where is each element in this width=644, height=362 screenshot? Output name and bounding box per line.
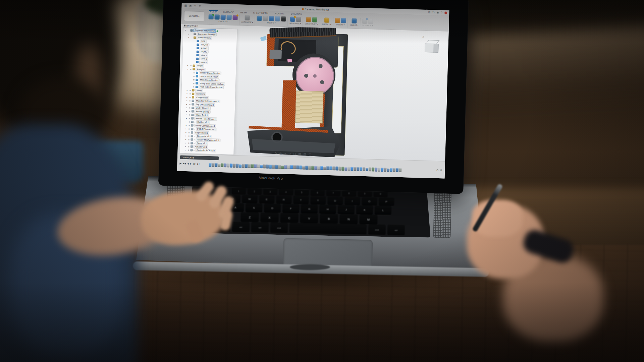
timeline-feature[interactable] xyxy=(275,165,278,169)
timeline-feature[interactable] xyxy=(248,164,251,168)
job-status-icon[interactable]: ↻ xyxy=(432,11,435,14)
timeline-feature[interactable] xyxy=(360,167,362,171)
timeline-feature[interactable] xyxy=(372,168,374,172)
timeline-feature[interactable] xyxy=(224,163,226,167)
extensions-icon[interactable]: ⊞ xyxy=(428,11,430,14)
visibility-eye-icon[interactable]: ◉ xyxy=(189,96,191,98)
visibility-eye-icon[interactable]: ◉ xyxy=(193,82,195,84)
playback-control-5[interactable]: ▶| xyxy=(197,163,199,165)
tree-caret-icon[interactable]: ▸ xyxy=(185,110,188,112)
tab-surface[interactable]: SURFACE xyxy=(222,10,235,14)
timeline-feature[interactable] xyxy=(251,164,254,168)
timeline-feature[interactable] xyxy=(363,167,365,171)
tab-mesh[interactable]: MESH xyxy=(239,11,248,14)
save-icon[interactable]: ▣ xyxy=(189,4,192,7)
visibility-eye-icon[interactable]: ◉ xyxy=(189,100,191,102)
look-at-icon[interactable]: ◎ xyxy=(279,152,282,155)
profile-avatar[interactable] xyxy=(444,11,447,14)
timeline-feature[interactable] xyxy=(233,164,235,168)
move-copy-icon[interactable] xyxy=(281,16,286,21)
timeline-feature[interactable] xyxy=(320,166,323,170)
key-w[interactable]: W xyxy=(242,195,257,203)
key-ctrl[interactable]: ctrl xyxy=(232,222,250,232)
insert-derive-icon[interactable] xyxy=(335,18,340,23)
visibility-eye-icon[interactable]: ◉ xyxy=(187,145,190,147)
timeline-feature[interactable] xyxy=(245,164,248,168)
timeline-feature[interactable] xyxy=(387,169,389,172)
undo-icon[interactable]: ↺ xyxy=(194,5,197,7)
timeline-feature[interactable] xyxy=(357,167,359,171)
timeline-feature[interactable] xyxy=(293,165,296,169)
group-label-modify[interactable]: MODIFY ▾ xyxy=(267,22,276,24)
comments-panel[interactable]: COMMENTS xyxy=(180,156,219,160)
create-form-icon[interactable] xyxy=(232,15,237,20)
key-n[interactable]: N xyxy=(339,214,358,224)
timeline-feature[interactable] xyxy=(281,166,284,169)
timeline-feature[interactable] xyxy=(230,164,232,168)
group-label-automate[interactable]: AUTOMATE ▾ xyxy=(241,21,253,23)
timeline-feature[interactable] xyxy=(269,165,272,169)
browser-collapse-icon[interactable] xyxy=(184,25,185,26)
timeline-feature[interactable] xyxy=(227,163,229,167)
insert-canvas-icon[interactable] xyxy=(341,18,346,23)
key-y[interactable]: Y xyxy=(310,196,326,205)
revert-position-icon[interactable] xyxy=(368,19,373,24)
tree-caret-icon[interactable]: ▸ xyxy=(184,138,187,140)
tab-solid[interactable]: SOLID xyxy=(209,10,218,13)
key-r[interactable]: R xyxy=(276,195,291,204)
key-e[interactable]: E xyxy=(259,195,274,204)
playback-control-1[interactable]: ◀◀ xyxy=(183,162,186,165)
visibility-eye-icon[interactable]: ◉ xyxy=(187,142,190,144)
notifications-icon[interactable]: ◉ xyxy=(437,11,439,14)
timeline-feature[interactable] xyxy=(257,164,260,168)
visibility-eye-icon[interactable]: ◉ xyxy=(189,93,191,95)
viewcube-side-face[interactable] xyxy=(433,44,439,53)
visibility-eye-icon[interactable]: ◉ xyxy=(189,89,191,91)
zoom-icon[interactable]: ⊙ xyxy=(288,153,291,156)
timeline-feature[interactable] xyxy=(329,166,332,170)
timeline-feature[interactable] xyxy=(317,166,320,170)
playback-control-3[interactable]: ▶ xyxy=(190,162,192,165)
key-s[interactable]: S xyxy=(246,203,263,213)
playback-control-4[interactable]: ▶▶ xyxy=(193,163,196,165)
key-cmd[interactable]: cmd xyxy=(270,223,288,233)
timeline-zoom-out-icon[interactable]: ⊖ xyxy=(436,169,439,172)
tree-caret-icon[interactable]: ▸ xyxy=(185,107,188,109)
viewports-icon[interactable]: ◫ xyxy=(309,153,312,156)
timeline-feature[interactable] xyxy=(378,168,380,172)
key-j[interactable]: J xyxy=(338,205,355,215)
key-1[interactable]: 1 xyxy=(231,187,246,195)
timeline-feature[interactable] xyxy=(239,164,241,168)
timeline-feature[interactable] xyxy=(375,168,377,172)
orbit-icon[interactable]: ↻ xyxy=(274,152,277,155)
visibility-eye-icon[interactable]: ◉ xyxy=(193,79,195,81)
timeline-feature[interactable] xyxy=(396,168,398,172)
press-pull-icon[interactable] xyxy=(257,15,262,20)
tree-caret-icon[interactable]: ▸ xyxy=(185,114,187,116)
revolve-icon[interactable] xyxy=(226,15,231,20)
group-label-position[interactable]: POSITION ▾ xyxy=(362,24,373,27)
tree-caret-icon[interactable]: ▸ xyxy=(185,103,188,105)
timeline-feature[interactable] xyxy=(381,168,383,172)
timeline-feature[interactable] xyxy=(347,167,350,171)
tree-caret-icon[interactable]: ▾ xyxy=(187,36,190,38)
create-box-icon[interactable] xyxy=(214,14,219,19)
timeline-feature[interactable] xyxy=(344,167,347,171)
new-component-icon[interactable] xyxy=(290,16,295,21)
visibility-eye-icon[interactable]: ◉ xyxy=(188,114,191,116)
visibility-eye-icon[interactable]: ◉ xyxy=(193,86,195,88)
timeline-feature[interactable] xyxy=(290,165,293,169)
key-c[interactable]: C xyxy=(280,213,299,223)
group-label-insert[interactable]: INSERT ▾ xyxy=(336,23,345,26)
timeline-feature[interactable] xyxy=(305,166,308,170)
tab-utilities[interactable]: UTILITIES xyxy=(290,12,303,16)
timeline-feature[interactable] xyxy=(332,166,335,170)
visibility-eye-icon[interactable]: ◉ xyxy=(189,103,191,105)
timeline-feature[interactable] xyxy=(278,165,281,169)
timeline-feature[interactable] xyxy=(299,165,302,169)
timeline-feature[interactable] xyxy=(272,165,275,169)
timeline-feature[interactable] xyxy=(302,166,305,170)
timeline-feature[interactable] xyxy=(263,164,266,168)
key-b[interactable]: B xyxy=(320,214,338,224)
timeline-feature[interactable] xyxy=(351,167,353,171)
